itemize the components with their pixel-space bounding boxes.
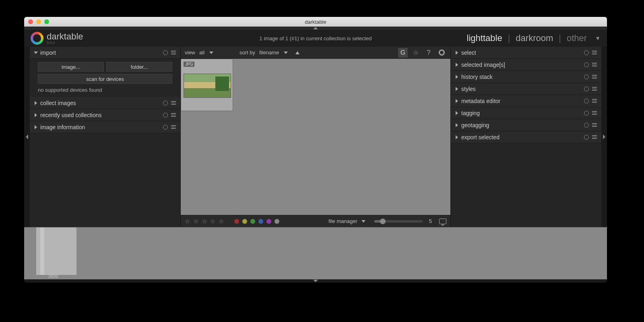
presets-icon[interactable] xyxy=(171,112,176,118)
file-ext-badge: JPG xyxy=(184,62,194,67)
chevron-left-icon xyxy=(26,134,28,139)
tab-darkroom[interactable]: darkroom xyxy=(516,33,553,43)
view-filter-dropdown[interactable]: all xyxy=(199,50,231,56)
reset-icon[interactable] xyxy=(584,50,589,56)
color-label-purple[interactable] xyxy=(266,219,271,224)
star-rating-4[interactable]: ☆ xyxy=(219,218,224,225)
thumbnail[interactable]: JPG xyxy=(181,59,233,111)
star-overlay-button[interactable]: ☆ xyxy=(411,48,421,58)
reset-icon[interactable] xyxy=(584,110,589,116)
timeline[interactable]: 2020 xyxy=(24,227,607,279)
slider-thumb-icon[interactable] xyxy=(380,219,386,224)
sort-dropdown[interactable]: filename xyxy=(259,50,291,56)
help-button[interactable]: ? xyxy=(424,48,433,58)
logo: darktable 3.0.2 xyxy=(31,32,83,45)
bottom-bar: ☆ ☆ ☆ ☆ ☆ file manager xyxy=(181,215,450,227)
presets-icon[interactable] xyxy=(592,74,597,80)
reset-icon[interactable] xyxy=(584,134,589,140)
panel-label: export selected xyxy=(461,134,500,140)
reset-icon[interactable] xyxy=(584,86,589,92)
panel-import-header[interactable]: import xyxy=(30,47,180,59)
panel-label: styles xyxy=(461,86,476,92)
panel-label: select xyxy=(461,50,476,56)
view-dropdown-icon[interactable]: ▼ xyxy=(595,35,601,41)
preferences-button[interactable] xyxy=(437,48,446,58)
reset-icon[interactable] xyxy=(584,122,589,128)
star-rating-2[interactable]: ☆ xyxy=(202,218,207,225)
separator: | xyxy=(559,33,561,43)
color-label-blue[interactable] xyxy=(258,219,263,224)
scan-devices-button[interactable]: scan for devices xyxy=(38,74,172,84)
tab-lighttable[interactable]: lighttable xyxy=(467,33,502,43)
import-image-button[interactable]: image... xyxy=(38,62,104,72)
bottom-panel-collapse[interactable] xyxy=(24,279,607,283)
minimize-icon[interactable] xyxy=(36,19,41,24)
app-logo-icon xyxy=(31,32,43,45)
reset-icon[interactable] xyxy=(584,62,589,68)
body: import image... folder... scan for devic… xyxy=(24,47,607,227)
filter-bar: view all sort by filename G ☆ ? xyxy=(181,47,450,59)
panel-label: metadata editor xyxy=(461,98,500,104)
chevron-down-icon xyxy=(313,280,318,282)
left-panel-collapse[interactable] xyxy=(24,47,30,227)
reset-icon[interactable] xyxy=(163,112,168,118)
presets-icon[interactable] xyxy=(592,110,597,116)
presets-icon[interactable] xyxy=(592,134,597,140)
panel-label: image information xyxy=(40,124,85,130)
zoom-slider[interactable] xyxy=(374,220,423,223)
grouping-button[interactable]: G xyxy=(398,48,408,58)
reset-icon[interactable] xyxy=(584,98,589,104)
panel-selected-images-header[interactable]: selected image[s] xyxy=(451,59,601,71)
right-panel-collapse[interactable] xyxy=(601,47,607,227)
presets-icon[interactable] xyxy=(171,50,176,56)
reset-icon[interactable] xyxy=(163,100,168,106)
chevron-down-icon xyxy=(284,52,288,54)
import-folder-button[interactable]: folder... xyxy=(106,62,172,72)
presets-icon[interactable] xyxy=(592,50,597,56)
presets-icon[interactable] xyxy=(592,86,597,92)
star-rating-1[interactable]: ☆ xyxy=(193,218,198,225)
panel-tagging-header[interactable]: tagging xyxy=(451,107,601,119)
thumbnail-image xyxy=(184,74,231,98)
presets-icon[interactable] xyxy=(592,122,597,128)
star-rating-0[interactable]: ☆ xyxy=(185,218,190,225)
view-tabs: lighttable | darkroom | other ▼ xyxy=(467,33,601,43)
timeline-bars xyxy=(36,227,80,275)
panel-collect-header[interactable]: collect images xyxy=(30,97,180,109)
color-label-yellow[interactable] xyxy=(242,219,247,224)
star-rating-3[interactable]: ☆ xyxy=(210,218,215,225)
panel-history-stack-header[interactable]: history stack xyxy=(451,71,601,83)
top-panel-collapse[interactable] xyxy=(24,27,607,30)
close-icon[interactable] xyxy=(28,19,33,24)
panel-recent-header[interactable]: recently used collections xyxy=(30,109,180,121)
no-devices-text: no supported devices found xyxy=(38,86,172,94)
panel-metadata-editor-header[interactable]: metadata editor xyxy=(451,95,601,107)
reset-icon[interactable] xyxy=(163,124,168,130)
sort-direction-button[interactable] xyxy=(295,51,299,54)
fullscreen-icon[interactable] xyxy=(44,19,49,24)
panel-geotagging-header[interactable]: geotagging xyxy=(451,119,601,131)
panel-select-header[interactable]: select xyxy=(451,47,601,59)
panel-styles-header[interactable]: styles xyxy=(451,83,601,95)
reset-icon[interactable] xyxy=(163,50,168,56)
window-title: darktable xyxy=(305,19,326,25)
presets-icon[interactable] xyxy=(592,62,597,68)
panel-label: collect images xyxy=(40,100,76,106)
center-area: view all sort by filename G ☆ ? xyxy=(181,47,450,227)
panel-export-selected-header[interactable]: export selected xyxy=(451,131,601,143)
presets-icon[interactable] xyxy=(171,100,176,106)
tab-other[interactable]: other xyxy=(567,33,587,43)
presets-icon[interactable] xyxy=(171,124,176,130)
sort-value: filename xyxy=(259,50,279,56)
panel-imageinfo-header[interactable]: image information xyxy=(30,121,180,133)
color-label-grey[interactable] xyxy=(275,219,279,224)
color-label-green[interactable] xyxy=(250,219,255,224)
chevron-up-icon xyxy=(313,27,318,29)
panel-label: geotagging xyxy=(461,122,489,128)
color-label-red[interactable] xyxy=(234,219,239,224)
thumbnail-grid[interactable]: JPG xyxy=(181,59,450,215)
fullscreen-preview-icon[interactable] xyxy=(439,219,446,224)
reset-icon[interactable] xyxy=(584,74,589,80)
layout-mode-dropdown[interactable]: file manager xyxy=(328,218,365,224)
presets-icon[interactable] xyxy=(592,98,597,104)
